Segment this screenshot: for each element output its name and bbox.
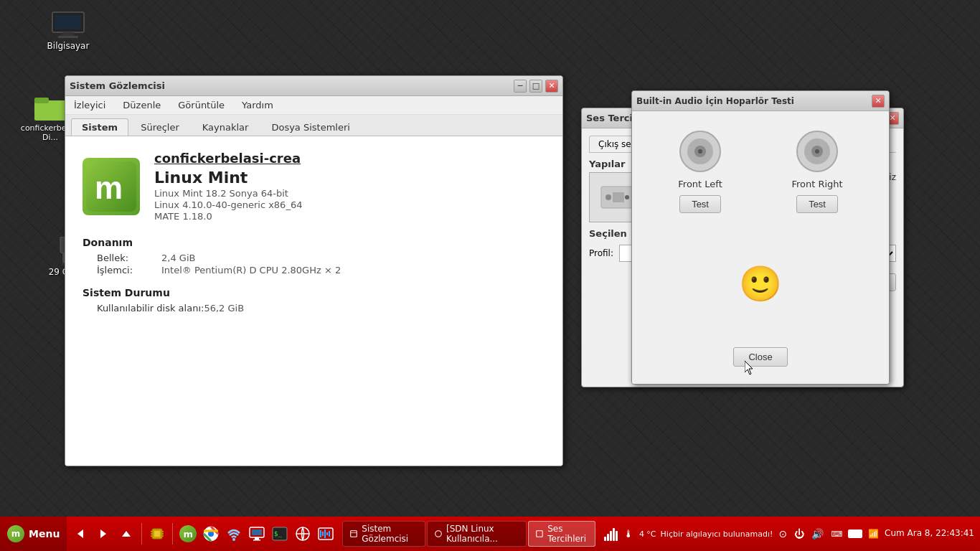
taskbar-chrome-icon[interactable] (200, 523, 222, 545)
svg-rect-1 (55, 15, 81, 29)
signal-icon[interactable]: 📶 (867, 527, 880, 540)
folder-icon (33, 93, 67, 122)
vol-bar-3 (610, 531, 612, 541)
status-section: Sistem Durumu Kullanılabilir disk alanı:… (83, 287, 545, 314)
nav-right-icon[interactable] (93, 523, 114, 545)
menu-duzenle[interactable]: Düzenle (120, 98, 164, 112)
svg-point-10 (606, 194, 611, 200)
temp-icon: 🌡 (622, 527, 635, 541)
audio-close-button[interactable]: Close (733, 347, 787, 367)
battery-icon (848, 529, 862, 538)
sysmon-titlebar[interactable]: Sistem Gözlemcisi ─ □ ✕ (65, 76, 562, 96)
sysmon-maximize[interactable]: □ (529, 80, 542, 93)
front-right-label: Front Right (791, 179, 842, 189)
svg-point-37 (232, 538, 235, 541)
front-left-item: Front Left Test (678, 130, 722, 213)
tab-sistem[interactable]: Sistem (71, 118, 128, 136)
taskbar-sep-2 (172, 523, 173, 545)
sysmon-content: m confickerbelasi-crea Linux Mint Linux … (65, 136, 562, 466)
sysmon-tabs: Sistem Süreçler Kaynaklar Dosya Sistemle… (65, 115, 562, 136)
audio-titlebar[interactable]: Built-in Audio İçin Hoparlör Testi ✕ (632, 91, 889, 111)
speaker-tray-icon[interactable]: 🔊 (810, 527, 825, 541)
sysmon-window: Sistem Gözlemcisi ─ □ ✕ İzleyici Düzenle… (65, 75, 563, 466)
status-title: Sistem Durumu (83, 287, 545, 298)
svg-rect-2 (62, 32, 74, 36)
menu-goruntule[interactable]: Görüntüle (175, 98, 227, 112)
smiley-area: 🙂 (739, 220, 782, 347)
sysmon-close[interactable]: ✕ (545, 80, 558, 93)
taskbar-display-icon[interactable] (246, 523, 268, 545)
menu-izleyici[interactable]: İzleyici (71, 98, 108, 112)
hardware-section: Donanım Bellek: 2,4 GiB İşlemci: Intel® … (83, 237, 545, 276)
taskbar-wifi-icon[interactable] (223, 523, 245, 545)
front-right-item: Front Right Test (791, 130, 842, 213)
nav-up-icon[interactable] (116, 523, 137, 545)
os-name: Linux Mint (154, 169, 302, 187)
taskbar-mint-icon[interactable]: m (177, 523, 199, 545)
sound-profile-label: Profil: (589, 248, 613, 258)
disk-value: 56,2 GiB (204, 303, 244, 314)
taskbar-windows: Sistem Gözlemcisi [SDN Linux Kullanıcıla… (339, 517, 598, 551)
start-button[interactable]: m Menu (0, 517, 67, 551)
taskbar-sysmon-btn[interactable]: Sistem Gözlemcisi (342, 521, 425, 547)
ram-row: Bellek: 2,4 GiB (97, 253, 545, 263)
tab-dosya[interactable]: Dosya Sistemleri (260, 118, 361, 136)
desktop: Bilgisayar confickerbelasiDi... 29 GB V … (0, 0, 980, 517)
taskbar-sep-1 (141, 523, 142, 545)
kernel-info: Linux 4.10.0-40-generic x86_64 (154, 199, 302, 210)
svg-point-18 (698, 149, 702, 154)
cpu-row: İşlemci: Intel® Pentium(R) D CPU 2.80GHz… (97, 265, 545, 276)
tab-surecler[interactable]: Süreçler (130, 118, 190, 136)
audio-close-x[interactable]: ✕ (872, 95, 885, 108)
vol-bar-1 (604, 537, 606, 541)
svg-rect-5 (34, 98, 49, 103)
svg-rect-3 (58, 36, 78, 38)
network-icon[interactable]: ⊙ (777, 527, 788, 541)
distro-info: Linux Mint 18.2 Sonya 64-bit (154, 188, 302, 199)
tab-kaynaklar[interactable]: Kaynaklar (192, 118, 260, 136)
svg-rect-11 (613, 192, 624, 202)
sysmon-menubar: İzleyici Düzenle Görüntüle Yardım (65, 96, 562, 115)
cpu-value: Intel® Pentium(R) D CPU 2.80GHz × 2 (161, 265, 341, 276)
front-left-test-button[interactable]: Test (679, 195, 721, 213)
battery-fill (849, 531, 861, 537)
mint-details: Linux Mint 18.2 Sonya 64-bit Linux 4.10.… (154, 188, 302, 222)
svg-point-54 (435, 531, 442, 537)
taskbar-forum-btn[interactable]: [SDN Linux Kullanıcıla... (427, 521, 527, 547)
svg-rect-39 (252, 529, 262, 535)
taskbar-tray: 🌡 4 °C Hiçbir algılayıcı bulunamadı! ⊙ ⏻… (598, 517, 980, 551)
mint-header: m confickerbelasi-crea Linux Mint Linux … (83, 151, 545, 222)
mint-logo: m (83, 158, 140, 215)
nav-left-icon[interactable] (70, 523, 91, 545)
system-clock[interactable]: Cum Ara 8, 22:43:41 (885, 528, 974, 540)
menu-yardim[interactable]: Yardım (239, 98, 276, 112)
taskbar-sound-icon[interactable] (315, 523, 336, 545)
audio-dialog: Built-in Audio İçin Hoparlör Testi ✕ (631, 90, 890, 385)
front-left-label: Front Left (678, 179, 722, 189)
desktop-icon-computer[interactable]: Bilgisayar (39, 11, 97, 51)
computer-label: Bilgisayar (47, 41, 90, 51)
audio-content: Front Left Test Fron (632, 111, 889, 384)
taskbar-chip-icon[interactable] (146, 523, 168, 545)
speaker-row: Front Left Test Fron (644, 130, 877, 213)
disk-label: Kullanılabilir disk alanı: (97, 303, 204, 314)
taskbar-sound-btn[interactable]: Ses Tercihleri (528, 521, 595, 547)
ram-value: 2,4 GiB (161, 253, 195, 263)
taskbar-browser-icon[interactable] (292, 523, 314, 545)
front-right-test-button[interactable]: Test (796, 195, 838, 213)
ram-label: Bellek: (97, 253, 161, 263)
taskbar-terminal-icon[interactable]: $_ (269, 523, 291, 545)
audio-title: Built-in Audio İçin Hoparlör Testi (636, 96, 794, 106)
temp-value: 4 °C (639, 529, 656, 539)
taskbar: m Menu (0, 517, 980, 551)
svg-rect-55 (537, 531, 542, 537)
vol-bar-4 (613, 528, 615, 541)
svg-marker-24 (77, 529, 83, 538)
sysmon-minimize[interactable]: ─ (514, 80, 527, 93)
computer-icon (51, 11, 85, 39)
power-icon[interactable]: ⏻ (793, 527, 806, 541)
keyboard-icon[interactable]: ⌨ (829, 528, 844, 540)
computer-name: confickerbelasi-crea (154, 151, 302, 166)
svg-rect-41 (253, 540, 260, 541)
start-label: Menu (29, 528, 60, 540)
